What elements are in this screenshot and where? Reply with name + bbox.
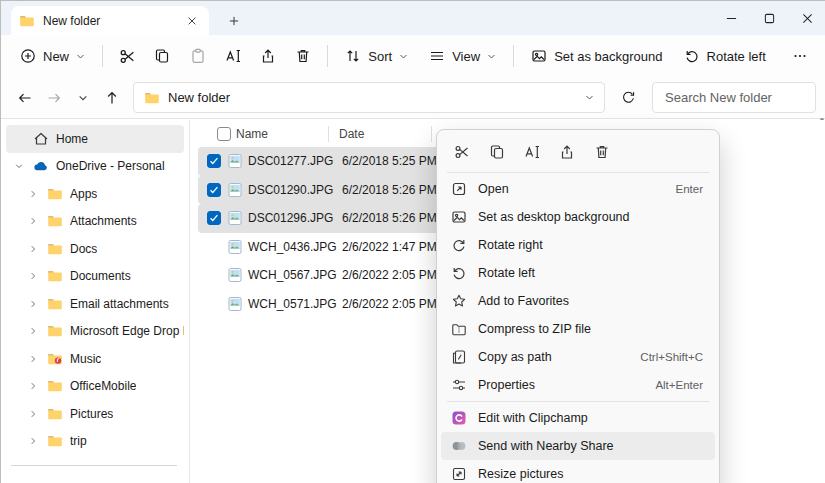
rename-button[interactable] bbox=[517, 137, 547, 167]
new-button[interactable]: New bbox=[11, 40, 94, 72]
image-file-icon bbox=[227, 153, 243, 169]
star-icon bbox=[451, 293, 467, 309]
recent-locations-button[interactable] bbox=[69, 84, 96, 112]
share-icon bbox=[559, 144, 575, 160]
paste-button[interactable] bbox=[181, 40, 213, 72]
music-folder-icon bbox=[47, 351, 63, 367]
view-button[interactable]: View bbox=[420, 40, 505, 72]
close-button[interactable] bbox=[788, 1, 825, 35]
search-box[interactable] bbox=[652, 82, 816, 113]
column-separator[interactable] bbox=[328, 126, 329, 142]
sidebar-item-music[interactable]: Music bbox=[6, 345, 184, 373]
menu-item-compress-to-zip[interactable]: Compress to ZIP file bbox=[441, 315, 715, 343]
folder-icon bbox=[47, 433, 63, 449]
toolbar-separator bbox=[327, 45, 328, 67]
delete-button[interactable] bbox=[287, 40, 319, 72]
set-as-background-button[interactable]: Set as background bbox=[522, 40, 671, 72]
more-options-button[interactable] bbox=[784, 40, 816, 72]
menu-separator bbox=[447, 401, 709, 402]
sidebar-item-attachments[interactable]: Attachments bbox=[6, 208, 184, 236]
sidebar-item-docs[interactable]: Docs bbox=[6, 235, 184, 263]
back-button[interactable] bbox=[11, 84, 38, 112]
chevron-right-icon[interactable] bbox=[26, 354, 40, 364]
shortcut: Ctrl+Shift+C bbox=[628, 351, 703, 363]
address-box[interactable]: New folder bbox=[133, 82, 605, 113]
new-button-label: New bbox=[43, 49, 69, 64]
sidebar-item-email-attachments[interactable]: Email attachments bbox=[6, 290, 184, 318]
sidebar-item-home[interactable]: Home bbox=[6, 125, 184, 153]
tab-close-icon[interactable] bbox=[183, 12, 201, 30]
row-checkbox[interactable] bbox=[207, 183, 221, 197]
cut-button[interactable] bbox=[447, 137, 477, 167]
menu-item-properties[interactable]: Properties Alt+Enter bbox=[441, 371, 715, 399]
menu-item-rotate-left[interactable]: Rotate left bbox=[441, 259, 715, 287]
chevron-right-icon[interactable] bbox=[26, 326, 40, 336]
copy-button[interactable] bbox=[482, 137, 512, 167]
folder-icon bbox=[47, 378, 63, 394]
up-button[interactable] bbox=[98, 84, 125, 112]
menu-item-resize-pictures[interactable]: Resize pictures bbox=[441, 460, 715, 483]
menu-item-edit-with-clipchamp[interactable]: Edit with Clipchamp bbox=[441, 404, 715, 432]
menu-item-copy-as-path[interactable]: Copy as path Ctrl+Shift+C bbox=[441, 343, 715, 371]
menu-separator bbox=[447, 172, 709, 173]
shortcut: Alt+Enter bbox=[643, 379, 703, 391]
sort-button[interactable]: Sort bbox=[336, 40, 417, 72]
scissors-icon bbox=[454, 144, 470, 160]
folder-icon bbox=[47, 406, 63, 422]
search-input[interactable] bbox=[663, 89, 805, 106]
copy-button[interactable] bbox=[146, 40, 178, 72]
menu-item-open[interactable]: Open Enter bbox=[441, 175, 715, 203]
sidebar-item-edge-drop-files[interactable]: Microsoft Edge Drop Files bbox=[6, 318, 184, 346]
sidebar-item-apps[interactable]: Apps bbox=[6, 180, 184, 208]
column-separator[interactable] bbox=[431, 126, 432, 142]
window-controls bbox=[712, 1, 825, 35]
copy-icon bbox=[489, 144, 505, 160]
trash-icon bbox=[594, 144, 610, 160]
rotate-left-button[interactable]: Rotate left bbox=[675, 40, 775, 72]
delete-button[interactable] bbox=[587, 137, 617, 167]
folder-icon bbox=[47, 296, 63, 312]
refresh-button[interactable] bbox=[615, 84, 642, 112]
chevron-down-icon[interactable] bbox=[585, 93, 594, 102]
chevron-down-icon[interactable] bbox=[12, 161, 26, 171]
menu-item-rotate-right[interactable]: Rotate right bbox=[441, 231, 715, 259]
column-header-date[interactable]: Date bbox=[339, 127, 431, 141]
chevron-right-icon[interactable] bbox=[26, 409, 40, 419]
select-all-checkbox[interactable] bbox=[217, 127, 231, 141]
breadcrumb[interactable]: New folder bbox=[168, 90, 230, 105]
menu-item-set-as-desktop-background[interactable]: Set as desktop background bbox=[441, 203, 715, 231]
row-checkbox[interactable] bbox=[207, 211, 221, 225]
chevron-right-icon[interactable] bbox=[26, 244, 40, 254]
chevron-right-icon[interactable] bbox=[26, 299, 40, 309]
share-button[interactable] bbox=[552, 137, 582, 167]
folder-icon bbox=[47, 241, 63, 257]
sort-icon bbox=[345, 48, 361, 64]
forward-button[interactable] bbox=[40, 84, 67, 112]
explorer-tab[interactable]: New folder bbox=[11, 6, 209, 35]
chevron-right-icon[interactable] bbox=[26, 381, 40, 391]
new-tab-button[interactable] bbox=[223, 10, 245, 32]
chevron-right-icon[interactable] bbox=[26, 436, 40, 446]
sidebar-item-officemobile[interactable]: OfficeMobile bbox=[6, 373, 184, 401]
sidebar-item-documents[interactable]: Documents bbox=[6, 263, 184, 291]
image-file-icon bbox=[227, 239, 243, 255]
sidebar-item-trip[interactable]: trip bbox=[6, 428, 184, 456]
cut-button[interactable] bbox=[111, 40, 143, 72]
menu-item-send-with-nearby-share[interactable]: Send with Nearby Share bbox=[441, 432, 715, 460]
chevron-right-icon[interactable] bbox=[26, 216, 40, 226]
chevron-right-icon[interactable] bbox=[26, 271, 40, 281]
chevron-right-icon[interactable] bbox=[26, 189, 40, 199]
sidebar-item-onedrive[interactable]: OneDrive - Personal bbox=[6, 153, 184, 181]
share-button[interactable] bbox=[252, 40, 284, 72]
sidebar-item-pictures[interactable]: Pictures bbox=[6, 400, 184, 428]
toolbar-separator bbox=[513, 45, 514, 67]
folder-icon bbox=[19, 13, 35, 29]
row-checkbox[interactable] bbox=[207, 154, 221, 168]
minimize-button[interactable] bbox=[712, 1, 750, 35]
rename-button[interactable] bbox=[217, 40, 249, 72]
plus-icon bbox=[20, 48, 36, 64]
menu-item-add-to-favorites[interactable]: Add to Favorites bbox=[441, 287, 715, 315]
column-header-name[interactable]: Name bbox=[236, 127, 328, 141]
maximize-button[interactable] bbox=[750, 1, 788, 35]
share-icon bbox=[260, 48, 276, 64]
